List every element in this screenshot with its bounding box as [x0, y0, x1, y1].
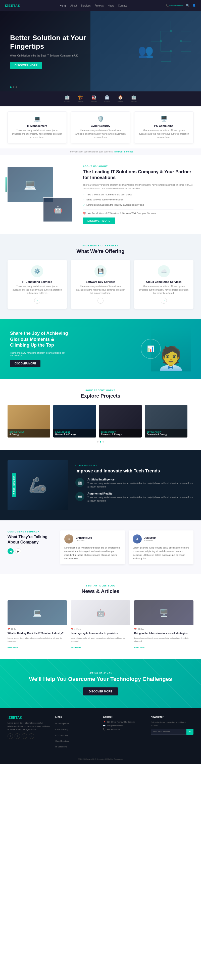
about-accent-bar	[6, 177, 6, 192]
find-partner-link[interactable]: Find Our Services	[114, 150, 133, 153]
testi-name-2: Jun Smith	[144, 536, 156, 539]
news-img-2: 🤖	[71, 600, 130, 625]
about-cta-button[interactable]: DISCOVER MORE	[83, 218, 115, 224]
news-grid: 💻 📅 23 Jul What is Holding Back the IT S…	[8, 600, 193, 649]
hero-cta-button[interactable]: DISCOVER MORE	[10, 62, 42, 69]
newsletter-email-input[interactable]	[151, 729, 187, 735]
project-card-2-overlay: Development Research & Energy	[53, 429, 96, 438]
nav-link-about[interactable]: About	[70, 4, 77, 7]
footer-newsletter-title: Newsletter	[151, 716, 193, 718]
about-title: The Leading IT Solutions Company & Your …	[83, 169, 193, 181]
footer-link-it-consulting[interactable]: IT Consulting	[55, 746, 67, 748]
projects-dot-2[interactable]	[100, 441, 101, 442]
svc-card-it-consulting: ⚙️ IT Consulting Services There are many…	[8, 260, 67, 309]
footer: IZEETAK Lorem ipsum dolor sit amet conse…	[0, 708, 201, 764]
read-more-2[interactable]: Read More	[71, 646, 81, 649]
email-icon: ✉️	[103, 725, 105, 727]
hero-dots	[10, 86, 17, 88]
svc-cloud-arrow[interactable]: →	[161, 298, 167, 304]
nav-link-services[interactable]: Services	[81, 4, 91, 7]
footer-bottom-bar: © 2024 Copyright @ Izeetak. All Rights R…	[8, 755, 193, 760]
search-icon[interactable]: 🔍	[186, 4, 190, 7]
nav-link-news[interactable]: News	[108, 4, 114, 7]
pc-computing-icon: 🖥️	[139, 116, 189, 123]
testimonials-title: What They're Talking About Company	[8, 535, 53, 545]
testi-role-1: Customer	[76, 539, 92, 541]
news-section: Best Articles Blog News & Articles 💻 📅 2…	[0, 574, 201, 659]
cyber-security-title: Cyber Security	[75, 124, 126, 127]
social-twitter-icon[interactable]: t	[14, 733, 20, 739]
calendar-icon-2: 📅	[71, 628, 73, 630]
news-date-text-2: 15 Aug	[74, 628, 81, 630]
nav-link-home[interactable]: Home	[60, 4, 67, 7]
hero-dot-2[interactable]	[13, 86, 14, 88]
svc-software-dev-desc: There are many variations of lorem ipsum…	[76, 285, 125, 295]
hero-description: We're On Mission to be the Best IT Softw…	[10, 54, 91, 57]
project-card-4[interactable]: Development Research & Energy	[145, 405, 187, 438]
footer-contact-address: 📍 123 Street Name, City, Country	[103, 721, 146, 723]
svc-software-dev-arrow[interactable]: →	[97, 298, 104, 304]
nav-link-contact[interactable]: Contact	[118, 4, 127, 7]
footer-link-pc-computing[interactable]: PC Computing	[55, 734, 69, 737]
footer-contact-phone: 📞 +66-889-0955	[103, 729, 146, 730]
about-point-1-text: Take a look at our round-up of the best …	[86, 193, 132, 196]
testi-next-button[interactable]: ▶	[15, 548, 21, 554]
svc-software-dev-title: Software Dev Services	[76, 280, 125, 283]
checkmark-icon-3: ✓	[83, 204, 85, 206]
footer-newsletter-col: Newsletter Subscribe to our newsletter t…	[151, 716, 193, 750]
projects-dot-1[interactable]	[97, 441, 99, 442]
news-title-2: Leverage agile frameworks to provide a	[71, 632, 130, 635]
footer-link-cyber-security[interactable]: Cyber Security	[55, 729, 69, 730]
trends-vertical-tag: IT Technology	[12, 473, 16, 497]
hero-dot-1[interactable]	[10, 86, 11, 88]
read-more-1[interactable]: Read More	[8, 646, 18, 649]
testi-prev-button[interactable]: ◀	[8, 548, 14, 554]
about-divider	[83, 209, 193, 210]
services-section: Wide Range of Services What We're Offeri…	[0, 234, 201, 319]
cta-circle-icon: 📊	[147, 345, 155, 352]
projects-title: Explore Projects	[0, 393, 201, 399]
user-icon[interactable]: 👤	[192, 4, 196, 7]
svc-it-consulting-arrow[interactable]: →	[34, 298, 40, 304]
cta-banner-description: There are many variations of lorem ipsum…	[10, 352, 65, 356]
project-card-1[interactable]: Development & Energy	[8, 405, 50, 438]
project-name-1: & Energy	[10, 433, 48, 436]
news-date-2: 📅 15 Aug	[71, 628, 130, 630]
footer-link-it-management[interactable]: IT Management	[55, 722, 69, 725]
nav-link-projects[interactable]: Projects	[95, 4, 104, 7]
footer-contact-email: ✉️ info@izeetak.com	[103, 725, 146, 727]
testi-info-1: Christine Eva Customer	[76, 536, 92, 541]
project-name-2: Research & Energy	[55, 433, 94, 436]
svc-it-consulting-desc: There are many variations of lorem ipsum…	[13, 285, 62, 295]
read-more-3[interactable]: Read More	[134, 646, 145, 649]
social-youtube-icon[interactable]: yt	[29, 733, 34, 739]
about-sub-image: 🤖	[43, 197, 73, 222]
hero-content: Better Solution at Your Fingertips We're…	[10, 33, 91, 68]
projects-dot-3[interactable]	[102, 441, 104, 442]
news-tag: Best Articles Blog	[8, 584, 193, 587]
social-linkedin-icon[interactable]: in	[22, 733, 27, 739]
svc-card-software-dev: 💾 Software Dev Services There are many v…	[71, 260, 130, 309]
social-facebook-icon[interactable]: f	[8, 733, 13, 739]
find-partner-text: IT services with specifically for your b…	[68, 150, 113, 153]
newsletter-submit-button[interactable]: ➤	[187, 729, 193, 735]
testimonials-nav: ◀ ▶	[8, 548, 53, 554]
hero-image: 👥	[91, 11, 201, 91]
about-point-2: ✓ It has survived not only five centurie…	[83, 198, 193, 201]
footer-links-list: IT Management Cyber Security PC Computin…	[55, 721, 98, 748]
calendar-icon-1: 📅	[8, 628, 10, 630]
project-card-3[interactable]: Development Research & Energy	[99, 405, 142, 438]
cta-bottom-button[interactable]: DISCOVER MORE	[83, 687, 118, 695]
footer-email-text: info@izeetak.com	[107, 725, 123, 727]
trends-image-container: IT Technology 🦾	[8, 460, 68, 510]
projects-tag: Some Recent Works	[0, 389, 201, 391]
hero-dot-3[interactable]	[16, 86, 17, 88]
phone-icon: 📞	[103, 729, 105, 730]
about-point-3: ✓ Lorem Ipsum has been the Industry stan…	[83, 203, 193, 207]
svg-point-0	[160, 40, 162, 42]
project-card-2[interactable]: Development Research & Energy	[53, 405, 96, 438]
news-desc-2: Lorem ipsum dolor sit amet consectetur a…	[71, 637, 130, 643]
trend-item-ar: 🥽 Augmented Reality There are many varia…	[75, 492, 193, 503]
footer-link-cloud-services[interactable]: Cloud Services	[55, 740, 69, 742]
cta-banner-button[interactable]: DISCOVER MORE	[10, 360, 40, 367]
